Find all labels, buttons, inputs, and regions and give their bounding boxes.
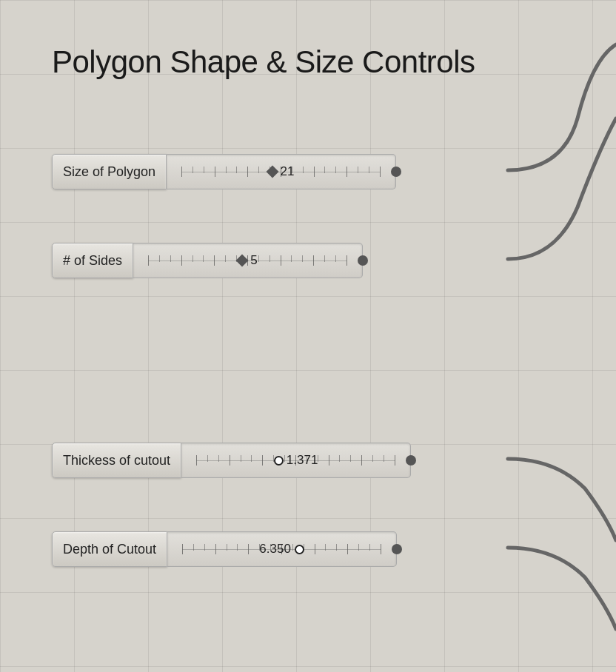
grid-background [0, 0, 616, 672]
thickness-of-cutout-slider[interactable]: 1.371 [181, 443, 411, 478]
page-title: Polygon Shape & Size Controls [52, 44, 475, 80]
thickness-of-cutout-row: Thickess of cutout [52, 441, 411, 480]
sides-slider-end-dot [358, 255, 368, 266]
depth-of-cutout-label: Depth of Cutout [52, 531, 167, 567]
num-of-sides-row: # of Sides [52, 241, 363, 280]
size-of-polygon-slider[interactable]: 21 [167, 154, 396, 189]
size-slider-end-dot [391, 167, 401, 177]
num-of-sides-label: # of Sides [52, 243, 133, 278]
depth-of-cutout-slider[interactable]: 6.350 [167, 531, 397, 567]
num-of-sides-slider[interactable]: 5 [133, 243, 363, 278]
depth-of-cutout-row: Depth of Cutout [52, 530, 397, 568]
depth-slider-end-dot [392, 544, 402, 554]
size-of-polygon-row: Size of Polygon [52, 152, 396, 191]
thickness-slider-end-dot [406, 455, 416, 466]
size-of-polygon-label: Size of Polygon [52, 154, 167, 189]
thickness-of-cutout-label: Thickess of cutout [52, 443, 181, 478]
